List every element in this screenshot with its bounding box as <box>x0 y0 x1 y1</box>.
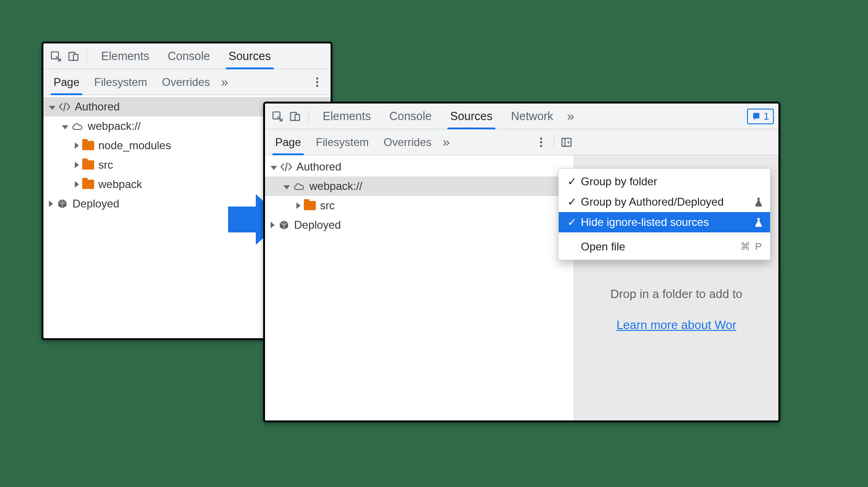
main-toolbar: Elements Console Sources <box>43 43 331 69</box>
tree-label: Authored <box>75 100 120 113</box>
menu-label: Group by Authored/Deployed <box>581 195 751 208</box>
svg-point-10 <box>540 137 542 140</box>
svg-line-15 <box>285 163 287 171</box>
tree-label: node_modules <box>98 139 171 152</box>
subtab-overrides[interactable]: Overrides <box>376 129 439 155</box>
check-icon: ✓ <box>566 175 578 188</box>
tree-label: webpack <box>98 178 142 191</box>
cloud-icon <box>71 121 84 131</box>
tree-label: webpack:// <box>88 120 141 133</box>
tree-node-authored[interactable]: Authored <box>265 157 574 177</box>
menu-hide-ignore-listed[interactable]: ✓ Hide ignore-listed sources <box>559 212 770 232</box>
svg-point-5 <box>316 85 319 87</box>
folder-icon <box>303 201 316 211</box>
tab-console[interactable]: Console <box>159 43 218 69</box>
tab-elements[interactable]: Elements <box>314 103 379 129</box>
flask-icon <box>754 197 763 207</box>
tree-node-src[interactable]: src <box>265 196 574 215</box>
tree-label: Deployed <box>72 197 119 210</box>
subtab-divider <box>554 136 554 149</box>
cube-icon <box>277 220 290 230</box>
check-icon: ✓ <box>566 195 578 208</box>
folder-icon <box>82 160 95 170</box>
svg-rect-13 <box>562 138 571 146</box>
folder-icon <box>82 140 95 151</box>
tab-elements[interactable]: Elements <box>93 43 157 69</box>
subtab-page[interactable]: Page <box>46 69 87 95</box>
menu-group-by-folder[interactable]: ✓ Group by folder <box>559 171 770 192</box>
flask-icon <box>754 218 763 227</box>
collapse-sidebar-icon[interactable] <box>559 134 574 150</box>
svg-rect-2 <box>73 54 78 60</box>
sources-subtabs: Page Filesystem Overrides » <box>43 69 331 95</box>
code-icon <box>280 162 293 172</box>
issues-count: 1 <box>764 110 769 122</box>
menu-separator <box>559 234 770 235</box>
subtab-page[interactable]: Page <box>268 129 308 155</box>
menu-label: Group by folder <box>581 175 763 188</box>
menu-open-file[interactable]: Open file ⌘ P <box>559 237 770 257</box>
svg-point-4 <box>316 81 319 83</box>
more-tabs-icon[interactable]: » <box>563 109 578 124</box>
device-toggle-icon[interactable] <box>66 49 81 64</box>
toolbar-divider <box>308 110 309 123</box>
toolbar-divider <box>87 50 87 63</box>
hint-text: Drop in a folder to add to <box>574 287 778 301</box>
subtab-filesystem[interactable]: Filesystem <box>87 69 155 95</box>
devtools-panel-right: Elements Console Sources Network » 1 Pag… <box>263 102 780 422</box>
menu-label: Hide ignore-listed sources <box>581 216 751 229</box>
inspect-icon[interactable] <box>270 109 285 124</box>
sources-kebab-menu[interactable] <box>533 134 549 150</box>
subtab-filesystem[interactable]: Filesystem <box>308 129 376 155</box>
issues-badge[interactable]: 1 <box>747 109 774 124</box>
menu-label: Open file <box>581 240 740 253</box>
tree-node-webpack-scheme[interactable]: webpack:// <box>265 177 574 196</box>
tree-label: Authored <box>296 160 341 173</box>
svg-rect-9 <box>295 114 300 120</box>
file-tree: Authored webpack:// src Deployed <box>265 155 574 420</box>
cube-icon <box>56 199 69 209</box>
tab-sources[interactable]: Sources <box>442 103 501 129</box>
inspect-icon[interactable] <box>48 49 64 64</box>
code-icon <box>58 102 71 112</box>
device-toggle-icon[interactable] <box>287 109 303 124</box>
sources-kebab-menu[interactable] <box>309 74 325 90</box>
svg-line-6 <box>64 103 66 111</box>
menu-shortcut: ⌘ P <box>740 241 763 253</box>
tree-label: src <box>320 199 335 212</box>
svg-point-12 <box>540 145 542 147</box>
more-subtabs-icon[interactable]: » <box>439 135 454 150</box>
learn-more-link[interactable]: Learn more about Wor <box>574 318 778 332</box>
svg-point-3 <box>316 77 319 79</box>
menu-group-by-authored-deployed[interactable]: ✓ Group by Authored/Deployed <box>559 192 770 212</box>
tab-network[interactable]: Network <box>503 103 562 129</box>
tree-label: src <box>98 158 113 171</box>
more-subtabs-icon[interactable]: » <box>217 75 232 90</box>
subtab-overrides[interactable]: Overrides <box>155 69 217 95</box>
folder-icon <box>82 179 95 189</box>
tab-console[interactable]: Console <box>381 103 440 129</box>
tab-sources[interactable]: Sources <box>220 43 279 69</box>
main-toolbar: Elements Console Sources Network » 1 <box>265 103 778 129</box>
cloud-icon <box>293 181 306 191</box>
sources-subtabs: Page Filesystem Overrides » <box>265 129 778 155</box>
sources-context-menu: ✓ Group by folder ✓ Group by Authored/De… <box>558 168 771 260</box>
check-icon: ✓ <box>566 216 578 229</box>
tree-label: webpack:// <box>309 180 362 193</box>
tree-node-deployed[interactable]: Deployed <box>265 215 574 235</box>
tree-label: Deployed <box>294 219 341 231</box>
svg-point-11 <box>540 141 542 143</box>
